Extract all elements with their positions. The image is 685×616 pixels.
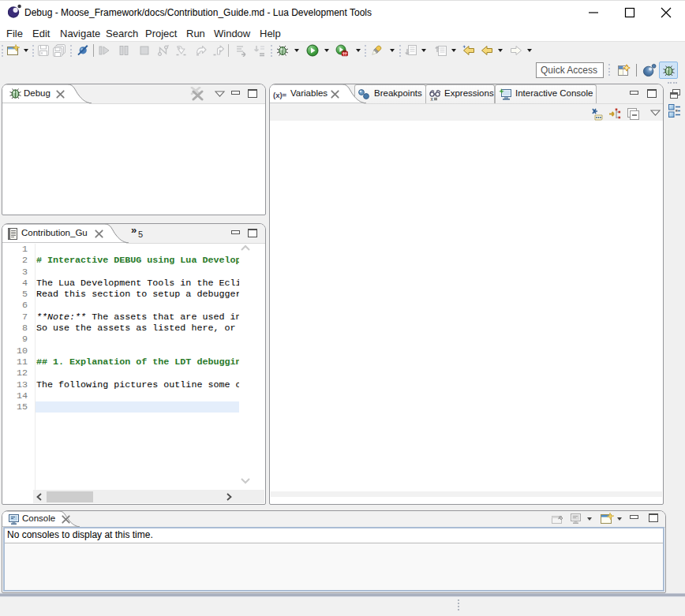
svg-text:x: x bbox=[431, 96, 434, 102]
